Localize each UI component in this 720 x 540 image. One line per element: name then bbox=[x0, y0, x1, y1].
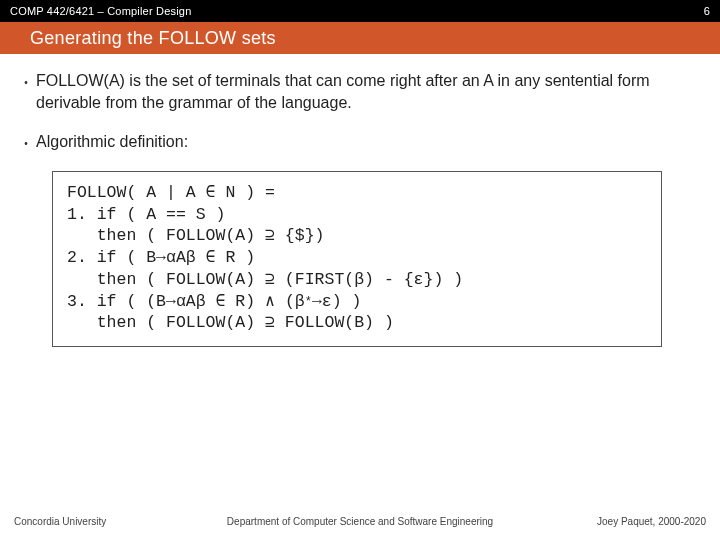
slide-title: Generating the FOLLOW sets bbox=[30, 28, 276, 49]
derives-star-icon: * bbox=[305, 295, 312, 309]
algorithm-box: FOLLOW( A | A ∈ N ) = 1. if ( A == S ) t… bbox=[52, 171, 662, 347]
course-code: COMP 442/6421 – Compiler Design bbox=[10, 0, 191, 22]
algo-intro-text: Algorithmic definition: bbox=[30, 131, 698, 153]
bullet-dot-icon: • bbox=[22, 131, 30, 153]
slide-content: • FOLLOW(A) is the set of terminals that… bbox=[0, 54, 720, 347]
algo-line-2: 1. if ( A == S ) bbox=[67, 205, 225, 224]
bullet-algo-intro: • Algorithmic definition: bbox=[22, 131, 698, 153]
slide: COMP 442/6421 – Compiler Design 6 Genera… bbox=[0, 0, 720, 540]
algo-line-6-left: 3. if ( (B→αAβ ∈ R) ∧ (β bbox=[67, 292, 305, 311]
definition-text: FOLLOW(A) is the set of terminals that c… bbox=[30, 70, 698, 113]
slide-footer: Concordia University Department of Compu… bbox=[0, 516, 720, 534]
algo-line-4: 2. if ( B→αAβ ∈ R ) bbox=[67, 248, 255, 267]
algo-line-3: then ( FOLLOW(A) ⊇ {$}) bbox=[67, 226, 324, 245]
page-number: 6 bbox=[704, 0, 710, 22]
algo-line-6-right: →ε) ) bbox=[312, 292, 362, 311]
algo-line-1: FOLLOW( A | A ∈ N ) = bbox=[67, 183, 275, 202]
slide-title-bar: Generating the FOLLOW sets bbox=[0, 22, 720, 54]
footer-right: Joey Paquet, 2000-2020 bbox=[597, 516, 706, 534]
footer-left: Concordia University bbox=[14, 516, 106, 534]
algo-line-5: then ( FOLLOW(A) ⊇ (FIRST(β) - {ε}) ) bbox=[67, 270, 463, 289]
top-bar: COMP 442/6421 – Compiler Design 6 bbox=[0, 0, 720, 22]
bullet-dot-icon: • bbox=[22, 70, 30, 113]
bullet-definition: • FOLLOW(A) is the set of terminals that… bbox=[22, 70, 698, 113]
footer-center: Department of Computer Science and Softw… bbox=[227, 516, 493, 527]
algo-line-7: then ( FOLLOW(A) ⊇ FOLLOW(B) ) bbox=[67, 313, 394, 332]
